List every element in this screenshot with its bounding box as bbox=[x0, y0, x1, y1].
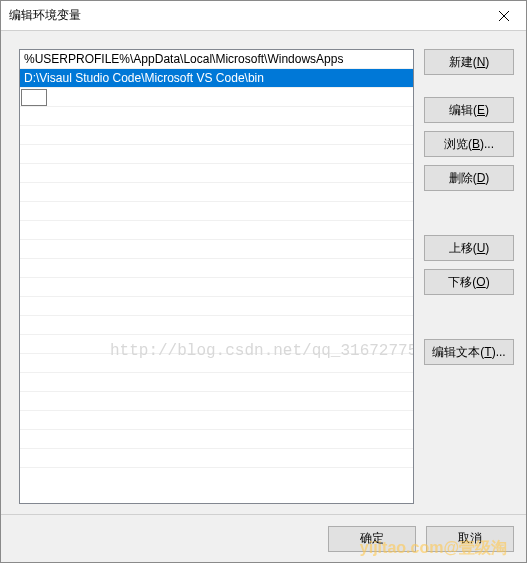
browse-button-label: 浏览(B)... bbox=[444, 136, 494, 153]
list-item[interactable]: %USERPROFILE%\AppData\Local\Microsoft\Wi… bbox=[20, 50, 413, 69]
list-item-empty[interactable]: . bbox=[20, 278, 413, 297]
cancel-button[interactable]: 取消 bbox=[426, 526, 514, 552]
list-item-empty[interactable]: . bbox=[20, 164, 413, 183]
list-item-empty[interactable]: . bbox=[20, 430, 413, 449]
list-item-empty[interactable]: . bbox=[20, 107, 413, 126]
list-item-empty[interactable]: . bbox=[20, 88, 413, 107]
edit-text-button-label: 编辑文本(T)... bbox=[432, 344, 505, 361]
list-item-empty[interactable]: . bbox=[20, 316, 413, 335]
list-item-empty[interactable]: . bbox=[20, 335, 413, 354]
list-item-empty[interactable]: . bbox=[20, 240, 413, 259]
footer: 确定 取消 bbox=[1, 514, 526, 562]
dialog-window: 编辑环境变量 %USERPROFILE%\AppData\Local\Micro… bbox=[0, 0, 527, 563]
close-button[interactable] bbox=[481, 1, 526, 31]
list-item-empty[interactable]: . bbox=[20, 392, 413, 411]
inline-edit-box[interactable] bbox=[21, 89, 47, 106]
list-item-empty[interactable]: . bbox=[20, 126, 413, 145]
titlebar: 编辑环境变量 bbox=[1, 1, 526, 31]
new-button-label: 新建(N) bbox=[449, 54, 490, 71]
list-item-empty[interactable]: . bbox=[20, 373, 413, 392]
move-up-button-label: 上移(U) bbox=[449, 240, 490, 257]
edit-text-button[interactable]: 编辑文本(T)... bbox=[424, 339, 514, 365]
list-item-empty[interactable]: . bbox=[20, 449, 413, 468]
delete-button-label: 删除(D) bbox=[449, 170, 490, 187]
edit-button-label: 编辑(E) bbox=[449, 102, 489, 119]
list-item-empty[interactable]: . bbox=[20, 354, 413, 373]
list-item-empty[interactable]: . bbox=[20, 202, 413, 221]
list-item-empty[interactable]: . bbox=[20, 259, 413, 278]
path-list[interactable]: %USERPROFILE%\AppData\Local\Microsoft\Wi… bbox=[19, 49, 414, 504]
button-column: 新建(N) 编辑(E) 浏览(B)... 删除(D) 上移(U) 下移(O) 编… bbox=[424, 49, 514, 504]
close-icon bbox=[499, 11, 509, 21]
list-item-empty[interactable]: . bbox=[20, 145, 413, 164]
list-item-empty[interactable]: . bbox=[20, 411, 413, 430]
list-item-empty[interactable]: . bbox=[20, 183, 413, 202]
spacer bbox=[424, 83, 514, 89]
edit-button[interactable]: 编辑(E) bbox=[424, 97, 514, 123]
list-item-empty[interactable]: . bbox=[20, 221, 413, 240]
ok-button[interactable]: 确定 bbox=[328, 526, 416, 552]
spacer bbox=[424, 199, 514, 227]
move-up-button[interactable]: 上移(U) bbox=[424, 235, 514, 261]
delete-button[interactable]: 删除(D) bbox=[424, 165, 514, 191]
spacer bbox=[424, 303, 514, 331]
list-item-empty[interactable]: . bbox=[20, 297, 413, 316]
move-down-button[interactable]: 下移(O) bbox=[424, 269, 514, 295]
list-item[interactable]: D:\Visaul Studio Code\Microsoft VS Code\… bbox=[20, 69, 413, 88]
move-down-button-label: 下移(O) bbox=[448, 274, 489, 291]
new-button[interactable]: 新建(N) bbox=[424, 49, 514, 75]
window-title: 编辑环境变量 bbox=[9, 7, 81, 24]
browse-button[interactable]: 浏览(B)... bbox=[424, 131, 514, 157]
content-area: %USERPROFILE%\AppData\Local\Microsoft\Wi… bbox=[1, 31, 526, 514]
